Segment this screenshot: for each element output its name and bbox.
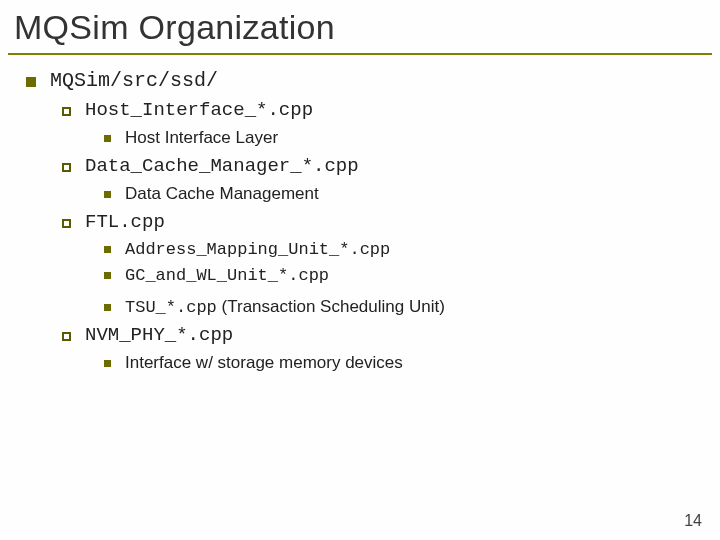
small-square-bullet-icon [104,360,111,367]
lvl2-text: Data_Cache_Manager_*.cpp [85,152,359,181]
slide: MQSim Organization MQSim/src/ssd/ Host_I… [0,0,720,540]
list-item: Data Cache Management [26,181,700,207]
list-item: GC_and_WL_Unit_*.cpp [26,263,700,289]
lvl3-text: Address_Mapping_Unit_*.cpp [125,237,390,263]
hollow-square-bullet-icon [62,107,71,116]
lvl2-text: Host_Interface_*.cpp [85,96,313,125]
title-underline [8,53,712,55]
small-square-bullet-icon [104,191,111,198]
list-item: Data_Cache_Manager_*.cpp [26,152,700,181]
hollow-square-bullet-icon [62,163,71,172]
lvl2-text: NVM_PHY_*.cpp [85,321,233,350]
lvl3-text: TSU_*.cpp (Transaction Scheduling Unit) [125,290,445,321]
tsu-code: TSU_*.cpp [125,298,217,317]
lvl3-text: Interface w/ storage memory devices [125,350,403,376]
list-item: TSU_*.cpp (Transaction Scheduling Unit) [26,290,700,321]
page-number: 14 [684,512,702,530]
lvl2-text: FTL.cpp [85,208,165,237]
lvl3-text: GC_and_WL_Unit_*.cpp [125,263,329,289]
tsu-paren: (Transaction Scheduling Unit) [217,297,445,316]
slide-title: MQSim Organization [0,0,720,51]
hollow-square-bullet-icon [62,219,71,228]
list-item: MQSim/src/ssd/ [26,65,700,96]
list-item: Interface w/ storage memory devices [26,350,700,376]
list-item: Host Interface Layer [26,125,700,151]
list-item: Address_Mapping_Unit_*.cpp [26,237,700,263]
lvl1-text: MQSim/src/ssd/ [50,65,218,96]
list-item: Host_Interface_*.cpp [26,96,700,125]
small-square-bullet-icon [104,135,111,142]
hollow-square-bullet-icon [62,332,71,341]
square-bullet-icon [26,77,36,87]
slide-body: MQSim/src/ssd/ Host_Interface_*.cpp Host… [0,65,720,377]
lvl3-text: Data Cache Management [125,181,319,207]
list-item: NVM_PHY_*.cpp [26,321,700,350]
lvl3-text: Host Interface Layer [125,125,278,151]
small-square-bullet-icon [104,246,111,253]
small-square-bullet-icon [104,304,111,311]
small-square-bullet-icon [104,272,111,279]
list-item: FTL.cpp [26,208,700,237]
